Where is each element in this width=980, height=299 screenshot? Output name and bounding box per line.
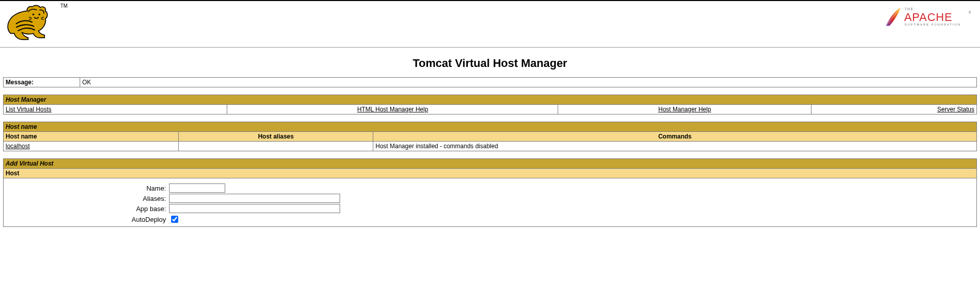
host-manager-title: Host Manager [4,95,977,105]
apache-name-label: APACHE [904,11,952,24]
message-label: Message: [4,78,80,87]
page-title: Tomcat Virtual Host Manager [0,57,980,70]
message-box: Message: OK [3,77,977,87]
host-link[interactable]: localhost [6,143,30,150]
col-commands: Commands [373,132,977,142]
hosts-table-title: Host name [4,122,977,132]
add-host-sub: Host [4,169,977,178]
tomcat-logo: TM [3,3,67,44]
table-row: localhost Host Manager installed - comma… [4,142,977,151]
list-hosts-link[interactable]: List Virtual Hosts [6,106,52,113]
col-host-aliases: Host aliases [179,132,373,142]
appbase-label: App base: [6,205,169,213]
help-link[interactable]: Host Manager Help [658,106,711,113]
svg-point-1 [38,14,40,15]
svg-point-0 [33,14,34,15]
server-status-link[interactable]: Server Status [937,106,974,113]
tomcat-icon [3,3,59,44]
appbase-field[interactable] [169,204,340,213]
host-aliases-cell [179,142,373,151]
apache-sub-label: SOFTWARE FOUNDATION [904,23,961,26]
name-label: Name: [6,185,169,192]
name-field[interactable] [169,183,225,193]
col-host-name: Host name [4,132,179,142]
aliases-field[interactable] [169,194,340,203]
apache-the-label: THE [904,7,914,11]
trademark-label: TM [60,3,67,9]
html-help-link[interactable]: HTML Host Manager Help [357,106,428,113]
host-manager-nav: Host Manager List Virtual Hosts HTML Hos… [3,95,977,114]
add-host-section: Add Virtual Host Host Name: Aliases: App… [3,158,977,227]
asf-logo: THE APACHE ® SOFTWARE FOUNDATION [883,3,977,29]
host-commands-cell: Host Manager installed - commands disabl… [373,142,977,151]
svg-text:®: ® [968,11,971,14]
hosts-table: Host name Host name Host aliases Command… [3,122,977,151]
autodeploy-checkbox[interactable] [171,216,178,223]
message-value: OK [80,78,977,87]
add-host-form: Name: Aliases: App base: AutoDeploy [6,179,974,224]
aliases-label: Aliases: [6,195,169,202]
add-host-title: Add Virtual Host [4,159,977,169]
header-bar: TM THE APACHE ® SOFTWARE FOUNDATION [0,1,980,48]
autodeploy-label: AutoDeploy [6,216,169,223]
